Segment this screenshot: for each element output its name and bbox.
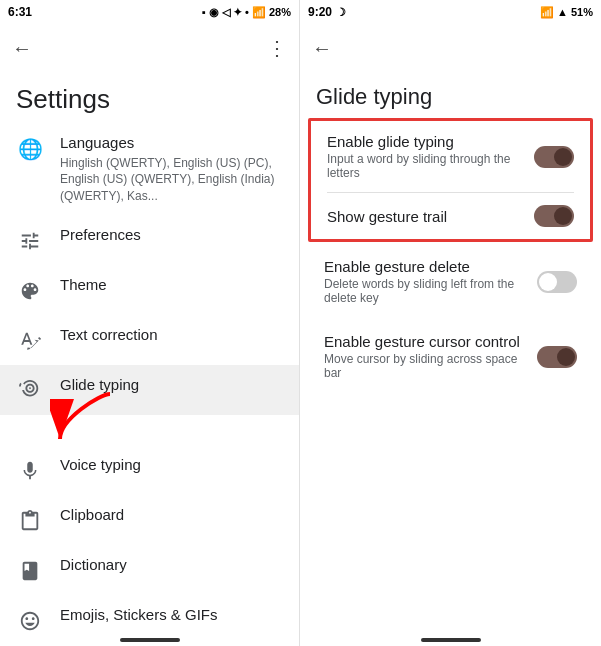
toggle-thumb-4: [557, 348, 575, 366]
settings-item-voice-typing[interactable]: Voice typing: [0, 445, 299, 495]
dictionary-icon: [16, 557, 44, 585]
enable-glide-label: Enable glide typing: [327, 133, 526, 150]
signal-right: ▲: [557, 6, 568, 18]
glide-options-list: Enable glide typing Input a word by slid…: [300, 118, 601, 632]
battery-left: 28%: [269, 6, 291, 18]
gesture-trail-toggle[interactable]: [534, 205, 574, 227]
settings-item-languages[interactable]: 🌐 Languages Hinglish (QWERTY), English (…: [0, 123, 299, 215]
gesture-trail-label: Show gesture trail: [327, 208, 526, 225]
glide-option-gesture-trail[interactable]: Show gesture trail: [311, 193, 590, 239]
emojis-label: Emojis, Stickers & GIFs: [60, 605, 283, 625]
nav-indicator-right: [421, 638, 481, 642]
left-panel: 6:31 ▪ ◉ ◁ ✦ • 📶 28% ← ⋮ Settings 🌐 Lang…: [0, 0, 300, 646]
theme-label: Theme: [60, 275, 283, 295]
theme-icon: [16, 277, 44, 305]
red-arrow: [50, 389, 130, 453]
languages-sublabel: Hinglish (QWERTY), English (US) (PC), En…: [60, 155, 283, 205]
status-bar-left: 6:31 ▪ ◉ ◁ ✦ • 📶 28%: [0, 0, 299, 24]
battery-right: 51%: [571, 6, 593, 18]
gesture-delete-sub: Delete words by sliding left from the de…: [324, 277, 529, 305]
settings-title: Settings: [0, 72, 299, 123]
nav-indicator-left: [120, 638, 180, 642]
settings-item-glide-typing[interactable]: Glide typing: [0, 365, 299, 415]
wifi-icon-left: 📶: [252, 6, 266, 19]
settings-item-theme[interactable]: Theme: [0, 265, 299, 315]
clipboard-label: Clipboard: [60, 505, 283, 525]
voice-typing-icon: [16, 457, 44, 485]
enable-glide-sub: Input a word by sliding through the lett…: [327, 152, 526, 180]
wifi-icon-right: 📶: [540, 6, 554, 19]
glide-title: Glide typing: [300, 72, 601, 118]
settings-item-clipboard[interactable]: Clipboard: [0, 495, 299, 545]
voice-typing-label: Voice typing: [60, 455, 283, 475]
toolbar-left: ← ⋮: [0, 24, 299, 72]
more-button-left[interactable]: ⋮: [267, 36, 287, 60]
settings-item-emojis[interactable]: Emojis, Stickers & GIFs: [0, 595, 299, 632]
glide-option-cursor-control[interactable]: Enable gesture cursor control Move curso…: [308, 321, 593, 392]
glide-typing-icon: [16, 377, 44, 405]
enable-glide-toggle[interactable]: [534, 146, 574, 168]
gesture-delete-label: Enable gesture delete: [324, 258, 529, 275]
preferences-icon: [16, 227, 44, 255]
back-button-left[interactable]: ←: [12, 37, 32, 60]
text-correction-icon: [16, 327, 44, 355]
time-right: 9:20: [308, 5, 332, 19]
toggle-thumb: [554, 148, 572, 166]
right-panel: 9:20 ☽ 📶 ▲ 51% ← Glide typing Enable gli…: [300, 0, 601, 646]
emojis-icon: [16, 607, 44, 632]
settings-list: 🌐 Languages Hinglish (QWERTY), English (…: [0, 123, 299, 632]
glide-highlight-box: Enable glide typing Input a word by slid…: [308, 118, 593, 242]
glide-option-gesture-delete[interactable]: Enable gesture delete Delete words by sl…: [308, 246, 593, 317]
glide-option-enable-glide[interactable]: Enable glide typing Input a word by slid…: [311, 121, 590, 192]
text-correction-label: Text correction: [60, 325, 283, 345]
settings-item-text-correction[interactable]: Text correction: [0, 315, 299, 365]
settings-item-dictionary[interactable]: Dictionary: [0, 545, 299, 595]
languages-label: Languages: [60, 133, 283, 153]
toolbar-right: ←: [300, 24, 601, 72]
moon-icon: ☽: [336, 6, 346, 19]
cursor-control-sub: Move cursor by sliding across space bar: [324, 352, 529, 380]
status-bar-right: 9:20 ☽ 📶 ▲ 51%: [300, 0, 601, 24]
toggle-thumb-3: [539, 273, 557, 291]
preferences-label: Preferences: [60, 225, 283, 245]
cursor-control-label: Enable gesture cursor control: [324, 333, 529, 350]
toggle-thumb-2: [554, 207, 572, 225]
gesture-delete-toggle[interactable]: [537, 271, 577, 293]
cursor-control-toggle[interactable]: [537, 346, 577, 368]
languages-icon: 🌐: [16, 135, 44, 163]
dictionary-label: Dictionary: [60, 555, 283, 575]
status-icons-left: ▪ ◉ ◁ ✦ • 📶 28%: [202, 6, 291, 19]
back-button-right[interactable]: ←: [312, 37, 332, 60]
signal-icons-left: ▪ ◉ ◁ ✦ •: [202, 6, 249, 19]
time-left: 6:31: [8, 5, 32, 19]
clipboard-icon: [16, 507, 44, 535]
settings-item-preferences[interactable]: Preferences: [0, 215, 299, 265]
status-icons-right: 📶 ▲ 51%: [540, 6, 593, 19]
glide-typing-label: Glide typing: [60, 375, 283, 395]
